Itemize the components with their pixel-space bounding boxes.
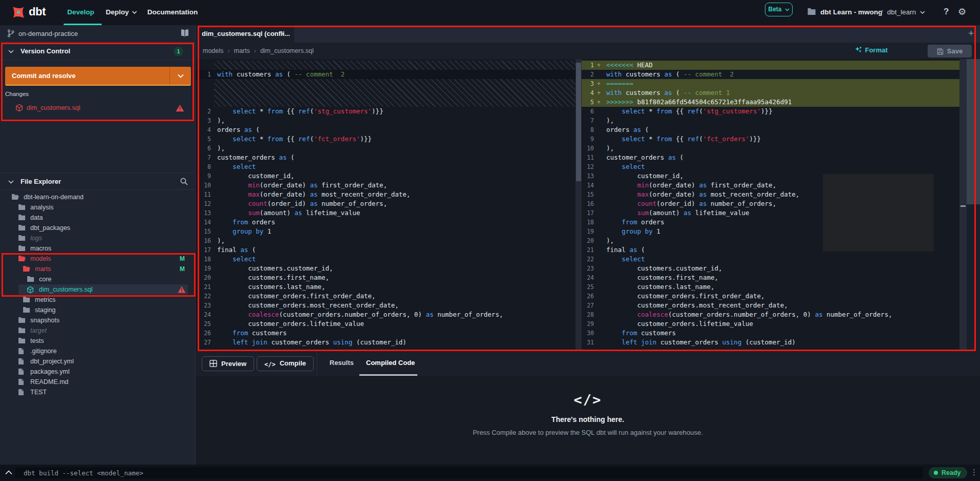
- tree-item-marts[interactable]: martsM: [0, 264, 195, 274]
- tree-item-logs[interactable]: logs: [0, 233, 195, 243]
- code-line: 31 left join customer_orders using (cust…: [582, 338, 959, 347]
- command-bar: dbt build --select <model_name> Ready ⋮: [0, 465, 980, 481]
- divider: [317, 351, 317, 376]
- tree-item-README.md[interactable]: README.md: [0, 377, 195, 387]
- tree-item-metrics[interactable]: metrics: [0, 295, 195, 305]
- folder-icon: [18, 327, 26, 335]
- tree-item-staging[interactable]: staging: [0, 305, 195, 315]
- docs-book-icon[interactable]: [180, 29, 190, 37]
- code-line: 9 customer_id,: [196, 171, 575, 181]
- tree-item-dbt-learn-on-demand[interactable]: dbt-learn-on-demand: [0, 192, 195, 202]
- tab-compiled-code[interactable]: Compiled Code: [366, 359, 415, 367]
- save-button[interactable]: Save: [928, 45, 972, 57]
- project-separator: /: [881, 8, 883, 16]
- environment-selector[interactable]: dbt_learn: [887, 8, 925, 16]
- folder-icon: [23, 306, 30, 315]
- compile-button[interactable]: </>Compile: [257, 356, 314, 371]
- current-code-pane[interactable]: 1with customers as ( -- comment 22 selec…: [196, 59, 575, 351]
- code-line: 19 customers.customer_id,: [196, 264, 575, 273]
- table-icon: [209, 360, 217, 367]
- tree-item-models[interactable]: modelsM: [0, 254, 195, 264]
- breadcrumb-marts[interactable]: marts: [234, 47, 249, 54]
- breadcrumb-models[interactable]: models: [203, 47, 223, 54]
- tree-item-TEST[interactable]: TEST: [0, 387, 195, 397]
- close-tab-icon[interactable]: ×: [281, 30, 285, 37]
- pane-scrollbar-thumb[interactable]: [576, 63, 581, 181]
- preview-button[interactable]: Preview: [202, 356, 254, 371]
- folder-icon: [27, 276, 34, 284]
- active-tab-underline: [359, 374, 417, 376]
- code-line: 15 group by 1: [196, 227, 575, 236]
- format-button[interactable]: Format: [855, 46, 888, 54]
- chevron-down-icon: [132, 11, 137, 14]
- command-input[interactable]: dbt build --select <model_name>: [15, 467, 923, 478]
- active-nav-underline: [64, 24, 102, 25]
- code-line: 23 customer_orders.most_recent_order_dat…: [196, 301, 575, 310]
- new-tab-icon[interactable]: +: [968, 28, 974, 39]
- scrollbar-thumb[interactable]: [967, 59, 980, 204]
- chevron-up-icon[interactable]: [5, 470, 12, 475]
- tree-item-core[interactable]: core: [0, 274, 195, 284]
- tab-results[interactable]: Results: [330, 359, 354, 367]
- tree-item-dbt_packages[interactable]: dbt_packages: [0, 223, 195, 233]
- code-line: 12 select: [582, 162, 959, 171]
- tree-item-macros[interactable]: macros: [0, 243, 195, 254]
- tree-item-tests[interactable]: tests: [0, 336, 195, 346]
- tree-item-dim_customers.sql[interactable]: dim_customers.sql: [0, 284, 195, 295]
- code-line: 5+>>>>>>> b81f802a66fd544504c65721e3ffaa…: [582, 98, 959, 107]
- changed-file-row[interactable]: dim_customers.sql: [0, 102, 195, 114]
- code-line: 10),: [582, 144, 959, 153]
- beta-button[interactable]: Beta: [765, 3, 793, 16]
- branch-row[interactable]: on-demand-practice: [0, 25, 195, 42]
- commit-and-resolve-button[interactable]: Commit and resolve: [5, 67, 191, 86]
- file-tree: dbt-learn-on-demandanalysisdatadbt_packa…: [0, 192, 195, 397]
- version-control-header[interactable]: Version Control 1: [0, 43, 195, 60]
- code-line: 21 customers.last_name,: [196, 282, 575, 292]
- modified-badge: M: [180, 265, 185, 273]
- deleted-lines-hatch: [214, 61, 575, 70]
- code-line: 2 select * from {{ ref('stg_customers')}…: [196, 107, 575, 116]
- tree-item-packages.yml[interactable]: packages.yml: [0, 367, 195, 377]
- code-line: 23 customers.customer_id,: [582, 264, 959, 273]
- search-icon[interactable]: [180, 177, 188, 186]
- code-line: 24 customers.first_name,: [582, 273, 959, 282]
- gear-icon[interactable]: ⚙: [958, 6, 966, 17]
- pane-divider[interactable]: [575, 59, 582, 351]
- overflow-menu-icon[interactable]: ⋮: [970, 468, 978, 477]
- nav-documentation[interactable]: Documentation: [147, 8, 198, 16]
- tree-item-analysis[interactable]: analysis: [0, 202, 195, 213]
- folder-icon: [18, 317, 26, 325]
- breadcrumb-file[interactable]: dim_customers.sql: [260, 47, 314, 54]
- logo-text[interactable]: dbt: [29, 5, 46, 18]
- help-icon[interactable]: ?: [944, 7, 949, 17]
- tree-item-snapshots[interactable]: snapshots: [0, 315, 195, 325]
- nav-deploy[interactable]: Deploy: [106, 8, 137, 16]
- tree-item-dbt_project.yml[interactable]: dbt_project.yml: [0, 356, 195, 367]
- blank-overlay: [823, 174, 934, 252]
- nav-develop[interactable]: Develop: [67, 8, 94, 16]
- code-line: 25 customers.last_name,: [582, 282, 959, 292]
- code-line: 11 max(order_date) as most_recent_order_…: [196, 190, 575, 199]
- tree-item-data[interactable]: data: [0, 213, 195, 223]
- code-line: 10 min(order_date) as first_order_date,: [196, 181, 575, 190]
- code-line: 6),: [196, 144, 575, 153]
- tree-item-.gitignore[interactable]: .gitignore: [0, 346, 195, 356]
- code-line: 3),: [196, 116, 575, 125]
- breadcrumb: models›marts›dim_customers.sql: [203, 47, 314, 54]
- code-line: 1with customers as ( -- comment 2: [196, 70, 575, 79]
- code-line: 16),: [196, 236, 575, 245]
- floppy-icon: [937, 48, 944, 55]
- editor-scrollbar[interactable]: [959, 59, 980, 351]
- bottom-panel-toolbar: Preview </>Compile Results Compiled Code: [196, 351, 980, 376]
- modified-badge: M: [180, 255, 185, 262]
- dbt-logo-icon[interactable]: [10, 4, 27, 21]
- tab-dim-customers[interactable]: dim_customers.sql (confli... ×: [196, 25, 294, 43]
- file-explorer-header[interactable]: File Explorer: [0, 172, 195, 190]
- tree-item-target[interactable]: target: [0, 325, 195, 336]
- folder-open-icon: [23, 265, 30, 274]
- status-badge[interactable]: Ready: [929, 467, 967, 478]
- commit-dropdown-toggle[interactable]: [169, 67, 191, 85]
- changed-file-name: dim_customers.sql: [27, 104, 80, 111]
- code-line: 20 customers.first_name,: [196, 273, 575, 282]
- file-icon: [18, 358, 24, 367]
